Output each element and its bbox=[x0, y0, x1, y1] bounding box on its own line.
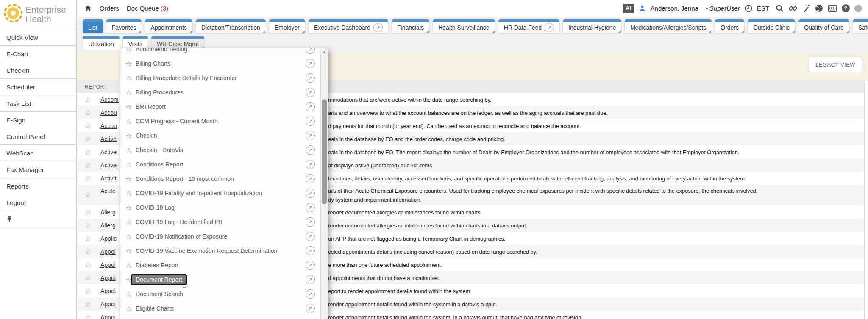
favorite-star-icon[interactable]: ☆ bbox=[126, 60, 136, 68]
favorite-star-icon[interactable]: ☆ bbox=[126, 189, 136, 197]
doc-queue-link[interactable]: Doc Queue(3) bbox=[127, 5, 168, 12]
wand-icon[interactable] bbox=[802, 4, 810, 13]
report-link[interactable]: Appoi bbox=[100, 261, 120, 268]
open-in-new-window-icon[interactable]: ↗ bbox=[306, 174, 315, 183]
report-link[interactable]: Appoi bbox=[100, 275, 120, 281]
open-in-new-window-icon[interactable]: ↗ bbox=[306, 131, 315, 140]
module-tab[interactable]: List bbox=[83, 19, 103, 33]
report-link[interactable]: Active bbox=[100, 149, 120, 155]
menu-item[interactable]: ☆ Billing Procedure Details by Encounter… bbox=[120, 71, 320, 85]
favorite-star-icon[interactable]: ☆ bbox=[85, 95, 91, 104]
favorite-star-icon[interactable]: ☆ bbox=[85, 234, 91, 243]
report-link[interactable]: Appoi bbox=[100, 288, 120, 294]
module-tab[interactable]: Orders bbox=[715, 19, 744, 33]
sidebar-item[interactable]: E-Chart bbox=[0, 45, 76, 62]
favorite-star-icon[interactable]: ☆ bbox=[85, 221, 91, 230]
sidebar-item[interactable]: E-Sign bbox=[0, 111, 76, 128]
open-in-new-window-icon[interactable]: ↗ bbox=[306, 59, 315, 68]
module-tab[interactable]: Employer bbox=[269, 19, 305, 33]
external-link-icon[interactable]: ↗ bbox=[545, 23, 554, 32]
favorite-star-icon[interactable]: ☆ bbox=[85, 286, 91, 295]
module-tab[interactable]: Executive Dashboard ↗ bbox=[309, 19, 388, 33]
sidebar-item[interactable]: Scheduler bbox=[0, 78, 76, 95]
scrollbar-up-arrow[interactable]: ▲ bbox=[321, 48, 328, 55]
external-link-icon[interactable]: ↗ bbox=[373, 23, 383, 32]
report-link[interactable]: Appoi bbox=[100, 248, 120, 255]
open-in-new-window-icon[interactable]: ↗ bbox=[306, 304, 315, 313]
open-in-new-window-icon[interactable]: ↗ bbox=[306, 48, 315, 54]
menu-item[interactable]: ☆ Document Search ↗ bbox=[120, 287, 320, 301]
open-in-new-window-icon[interactable]: ↗ bbox=[306, 189, 315, 198]
link-icon[interactable] bbox=[789, 4, 797, 13]
favorite-star-icon[interactable]: ☆ bbox=[85, 208, 91, 216]
favorite-star-icon[interactable]: ☆ bbox=[126, 132, 136, 140]
favorite-star-icon[interactable]: ☆ bbox=[126, 103, 136, 111]
module-tab[interactable]: Health Surveillance bbox=[433, 19, 495, 33]
scrollbar-thumb[interactable] bbox=[322, 99, 327, 204]
favorite-star-icon[interactable]: ☆ bbox=[85, 313, 91, 319]
report-link[interactable]: Acute bbox=[100, 188, 120, 194]
module-tab[interactable]: Quality of Care bbox=[798, 19, 849, 33]
module-tab[interactable]: Outside Clinic bbox=[748, 19, 795, 33]
open-in-new-window-icon[interactable]: ↗ bbox=[306, 145, 315, 155]
favorite-star-icon[interactable]: ☆ bbox=[85, 108, 91, 117]
module-tab[interactable]: Favorites bbox=[106, 19, 142, 33]
sidebar-item[interactable]: Reports bbox=[0, 178, 76, 194]
report-link[interactable]: Accou bbox=[100, 122, 120, 129]
sidebar-item[interactable]: Quick View bbox=[0, 29, 76, 45]
favorite-star-icon[interactable]: ☆ bbox=[85, 300, 91, 308]
sidebar-item[interactable]: Checkin bbox=[0, 62, 76, 78]
favorite-star-icon[interactable]: ☆ bbox=[85, 260, 91, 269]
open-in-new-window-icon[interactable]: ↗ bbox=[306, 117, 315, 126]
globe-icon[interactable] bbox=[815, 4, 823, 12]
open-in-new-window-icon[interactable]: ↗ bbox=[306, 203, 315, 212]
report-link[interactable]: Appoi bbox=[100, 314, 120, 319]
module-tab[interactable]: HR Data Feed ↗ bbox=[498, 19, 559, 33]
report-link[interactable]: Accom bbox=[100, 96, 120, 103]
favorite-star-icon[interactable]: ☆ bbox=[126, 146, 136, 154]
orders-link[interactable]: Orders bbox=[100, 5, 119, 12]
menu-item[interactable]: ☆ Eligible Charts ↗ bbox=[120, 301, 320, 316]
open-in-new-window-icon[interactable]: ↗ bbox=[306, 289, 315, 299]
home-icon[interactable] bbox=[84, 5, 92, 12]
menu-item[interactable]: ☆ Billing Procedures ↗ bbox=[120, 85, 320, 100]
menu-item[interactable]: ☆ Document Report ↗ bbox=[120, 272, 320, 287]
report-link[interactable]: Allerg bbox=[100, 222, 120, 229]
search-icon[interactable] bbox=[776, 4, 784, 13]
module-tab[interactable]: Industrial Hygiene bbox=[563, 19, 621, 33]
favorite-star-icon[interactable]: ☆ bbox=[126, 290, 136, 298]
favorite-star-icon[interactable]: ☆ bbox=[126, 89, 136, 97]
favorite-star-icon[interactable]: ☆ bbox=[85, 134, 91, 143]
legacy-view-button[interactable]: LEGACY VIEW bbox=[809, 57, 862, 72]
report-link[interactable]: Activit bbox=[100, 175, 120, 182]
menu-item[interactable]: ☆ Checkin ↗ bbox=[120, 128, 320, 143]
report-link[interactable]: Applic bbox=[100, 235, 120, 242]
favorite-star-icon[interactable]: ☆ bbox=[85, 121, 91, 130]
open-in-new-window-icon[interactable]: ↗ bbox=[306, 246, 315, 255]
menu-item[interactable]: ☆ COVID-19 Log ↗ bbox=[120, 200, 320, 215]
sidebar-item[interactable]: Task List bbox=[0, 95, 76, 111]
sidebar-pin-button[interactable] bbox=[0, 211, 76, 227]
favorite-star-icon[interactable]: ☆ bbox=[126, 175, 136, 183]
favorite-star-icon[interactable]: ☆ bbox=[85, 191, 91, 200]
favorite-star-icon[interactable]: ☆ bbox=[85, 247, 91, 256]
open-in-new-window-icon[interactable]: ↗ bbox=[306, 275, 315, 284]
favorite-star-icon[interactable]: ☆ bbox=[85, 147, 91, 156]
favorite-star-icon[interactable]: ☆ bbox=[126, 117, 136, 125]
open-in-new-window-icon[interactable]: ↗ bbox=[306, 217, 315, 227]
report-link[interactable]: Allerg bbox=[100, 209, 120, 216]
menu-item[interactable]: ☆ Conditions Report - 10 most common ↗ bbox=[120, 172, 320, 186]
favorite-star-icon[interactable]: ☆ bbox=[126, 305, 136, 313]
favorite-star-icon[interactable]: ☆ bbox=[126, 48, 136, 53]
menu-item[interactable]: ☆ Conditions Report ↗ bbox=[120, 157, 320, 172]
menu-item[interactable]: ☆ COVID-19 Log - De-identified PII ↗ bbox=[120, 215, 320, 229]
menu-item[interactable]: ☆ COVID-19 Vaccine Exemption Request Det… bbox=[120, 244, 320, 258]
favorite-star-icon[interactable]: ☆ bbox=[126, 218, 136, 226]
sidebar-item[interactable]: Logout bbox=[0, 194, 76, 211]
report-link[interactable]: Active bbox=[100, 136, 120, 142]
open-in-new-window-icon[interactable]: ↗ bbox=[306, 88, 315, 97]
menu-item[interactable]: ☆ CCM Progress - Current Month ↗ bbox=[120, 114, 320, 128]
favorite-star-icon[interactable]: ☆ bbox=[126, 161, 136, 169]
module-tab[interactable]: Utilization bbox=[83, 36, 120, 50]
keyboard-icon[interactable] bbox=[828, 5, 837, 12]
